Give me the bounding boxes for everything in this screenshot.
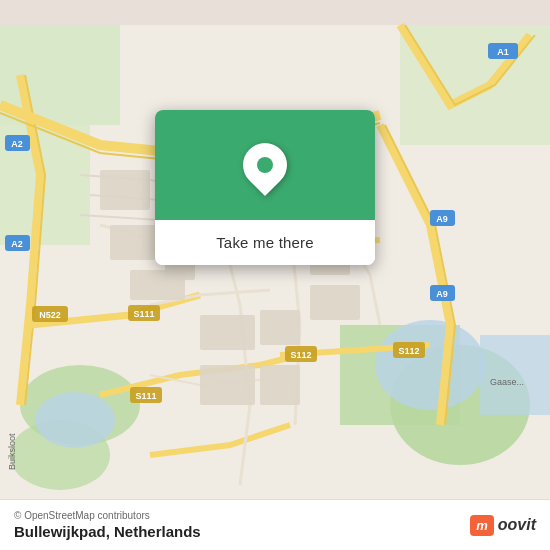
- svg-text:N522: N522: [39, 310, 61, 320]
- svg-text:A9: A9: [436, 289, 448, 299]
- svg-rect-45: [200, 365, 255, 405]
- svg-rect-9: [480, 335, 550, 415]
- map-background: A1 A2 A2 A9 A9 S112 S112 3 S111 S111 S11…: [0, 0, 550, 550]
- svg-text:S111: S111: [133, 309, 154, 319]
- svg-text:A2: A2: [11, 239, 23, 249]
- location-name: Bullewijkpad, Netherlands: [14, 523, 201, 540]
- map-attribution: © OpenStreetMap contributors: [14, 510, 201, 521]
- map-container: A1 A2 A2 A9 A9 S112 S112 3 S111 S111 S11…: [0, 0, 550, 550]
- svg-rect-49: [130, 270, 185, 300]
- moovit-logo: m oovit: [470, 515, 536, 536]
- svg-rect-46: [260, 310, 300, 345]
- popup-map-preview: [155, 110, 375, 220]
- svg-text:A2: A2: [11, 139, 23, 149]
- svg-text:S111: S111: [135, 391, 156, 401]
- location-popup: Take me there: [155, 110, 375, 265]
- svg-point-10: [35, 392, 115, 448]
- svg-point-8: [375, 320, 485, 410]
- svg-rect-39: [100, 170, 150, 210]
- svg-text:A1: A1: [497, 47, 509, 57]
- svg-text:A9: A9: [436, 214, 448, 224]
- moovit-m-icon: m: [470, 515, 494, 536]
- svg-rect-44: [200, 315, 255, 350]
- svg-text:S112: S112: [290, 350, 311, 360]
- svg-text:Gaase...: Gaase...: [490, 377, 524, 387]
- svg-text:S112: S112: [398, 346, 419, 356]
- bottom-bar: © OpenStreetMap contributors Bullewijkpa…: [0, 499, 550, 550]
- svg-text:Buiksloot: Buiksloot: [7, 433, 17, 470]
- svg-rect-43: [310, 285, 360, 320]
- location-pin-icon: [234, 134, 296, 196]
- take-me-there-button[interactable]: Take me there: [155, 220, 375, 265]
- svg-rect-47: [260, 365, 300, 405]
- bottom-left-section: © OpenStreetMap contributors Bullewijkpa…: [14, 510, 201, 540]
- location-pin-center: [257, 157, 273, 173]
- moovit-brand-name: oovit: [498, 516, 536, 534]
